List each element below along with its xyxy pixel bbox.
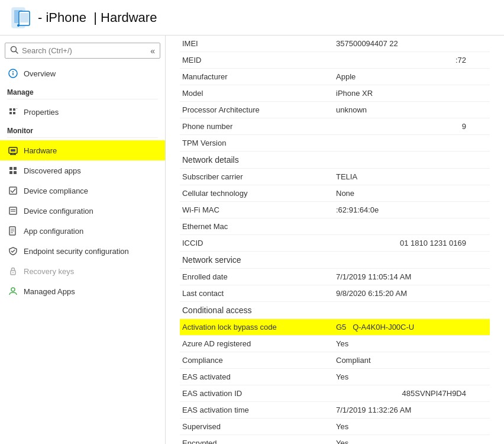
sidebar-item-app-configuration[interactable]: App configuration — [0, 221, 165, 241]
table-row: Processor Architecture unknown — [180, 102, 490, 118]
prop-label: IMEI — [180, 36, 334, 52]
table-row: Last contact 9/8/2020 6:15:20 AM — [180, 285, 490, 302]
prop-value: Yes — [334, 336, 490, 352]
config-icon — [7, 205, 19, 217]
prop-value: 485SVNPI47H9D4 — [334, 385, 490, 402]
svg-rect-24 — [9, 187, 17, 194]
svg-rect-21 — [14, 167, 17, 170]
prop-value: Yes — [334, 435, 490, 445]
sidebar-item-device-configuration[interactable]: Device configuration — [0, 201, 165, 221]
bypass-code-partial: G5 Q-A4K0H-J00C-U — [336, 323, 414, 332]
svg-line-6 — [16, 52, 18, 54]
prop-label: Phone number — [180, 118, 334, 135]
prop-value: None — [334, 185, 490, 202]
prop-label: Last contact — [180, 285, 334, 302]
prop-value: Yes — [334, 419, 490, 435]
title-device: - iPhone — [38, 10, 86, 25]
properties-table: IMEI 357500094407 22 MEID :72 Manufactur… — [180, 36, 490, 444]
table-row: MEID :72 — [180, 52, 490, 69]
table-row: TPM Version — [180, 135, 490, 152]
table-row: Compliance Compliant — [180, 352, 490, 369]
sidebar-label-managed-apps: Managed Apps — [24, 287, 75, 296]
prop-label: Enrolled date — [180, 269, 334, 285]
search-icon — [10, 46, 18, 56]
svg-rect-4 — [20, 13, 28, 22]
sidebar-label-properties: Properties — [24, 108, 59, 117]
security-icon — [7, 245, 19, 257]
prop-value: 9 — [334, 118, 490, 135]
section-heading-conditional-access: Conditional access — [180, 302, 490, 319]
collapse-button[interactable]: « — [150, 46, 155, 56]
sidebar-label-hardware: Hardware — [24, 146, 57, 155]
prop-value: Compliant — [334, 352, 490, 369]
title-section: | Hardware — [93, 10, 157, 25]
table-row: EAS activation ID 485SVNPI47H9D4 — [180, 385, 490, 402]
section-header-row: Network details — [180, 152, 490, 169]
prop-label: Ethernet Mac — [180, 218, 334, 235]
prop-value: Yes — [334, 369, 490, 385]
svg-point-33 — [12, 272, 14, 274]
prop-value: :62:91:64:0e — [334, 202, 490, 218]
prop-label: Supervised — [180, 419, 334, 435]
sidebar-label-overview: Overview — [24, 69, 56, 78]
sidebar-item-endpoint-security[interactable]: Endpoint security configuration — [0, 241, 165, 261]
sidebar-item-properties[interactable]: Properties — [0, 102, 165, 122]
table-row: Azure AD registered Yes — [180, 336, 490, 352]
prop-value: unknown — [334, 102, 490, 118]
prop-label: Cellular technology — [180, 185, 334, 202]
content-area: IMEI 357500094407 22 MEID :72 Manufactur… — [166, 36, 504, 444]
sidebar-section-manage: Manage — [0, 83, 165, 99]
app-config-icon — [7, 225, 19, 237]
sidebar-item-hardware[interactable]: Hardware — [0, 140, 165, 160]
prop-value: 357500094407 22 — [334, 36, 490, 52]
table-row: Subscriber carrier TELIA — [180, 169, 490, 185]
section-header-row: Conditional access — [180, 302, 490, 319]
svg-rect-13 — [13, 112, 15, 114]
sidebar-item-recovery-keys: Recovery keys — [0, 261, 165, 281]
prop-value: Apple — [334, 69, 490, 85]
sidebar-item-managed-apps[interactable]: Managed Apps — [0, 281, 165, 301]
prop-label: TPM Version — [180, 135, 334, 152]
prop-value-bypass: G5 Q-A4K0H-J00C-U — [334, 319, 490, 336]
sidebar-label-device-configuration: Device configuration — [24, 207, 93, 215]
prop-label: Compliance — [180, 352, 334, 369]
search-input[interactable] — [22, 46, 150, 55]
svg-rect-16 — [11, 149, 15, 152]
table-row: Phone number 9 — [180, 118, 490, 135]
section-heading-network-details: Network details — [180, 152, 490, 169]
prop-label: Manufacturer — [180, 69, 334, 85]
sidebar-label-endpoint-security: Endpoint security configuration — [24, 247, 129, 256]
svg-rect-25 — [9, 207, 17, 214]
prop-value — [334, 218, 490, 235]
table-row: EAS activation time 7/1/2019 11:32:26 AM — [180, 402, 490, 419]
section-header-row: Network service — [180, 252, 490, 269]
prop-label: EAS activation ID — [180, 385, 334, 402]
page-header: - iPhone | Hardware — [0, 0, 504, 36]
sidebar-label-app-configuration: App configuration — [24, 227, 83, 236]
prop-value: :72 — [334, 52, 490, 69]
sidebar: « Overview Manage Properties Monitor Har… — [0, 36, 166, 444]
prop-value: TELIA — [334, 169, 490, 185]
svg-rect-14 — [17, 108, 17, 109]
sidebar-item-device-compliance[interactable]: Device compliance — [0, 181, 165, 201]
svg-point-9 — [12, 71, 14, 72]
apps-icon — [7, 165, 19, 176]
table-row: Encrypted Yes — [180, 435, 490, 445]
svg-rect-11 — [13, 108, 15, 111]
info-icon — [7, 67, 19, 79]
sidebar-label-recovery-keys: Recovery keys — [24, 267, 74, 276]
prop-label: MEID — [180, 52, 334, 69]
prop-label: Encrypted — [180, 435, 334, 445]
svg-point-34 — [11, 288, 15, 291]
sidebar-item-overview[interactable]: Overview — [0, 63, 165, 83]
sidebar-item-discovered-apps[interactable]: Discovered apps — [0, 160, 165, 181]
prop-label: Azure AD registered — [180, 336, 334, 352]
svg-rect-22 — [9, 171, 12, 174]
table-row: Manufacturer Apple — [180, 69, 490, 85]
search-bar[interactable]: « — [5, 43, 160, 59]
table-row: Wi-Fi MAC :62:91:64:0e — [180, 202, 490, 218]
svg-rect-23 — [14, 171, 17, 174]
prop-label: Subscriber carrier — [180, 169, 334, 185]
hardware-icon — [7, 144, 19, 156]
table-row: Ethernet Mac — [180, 218, 490, 235]
